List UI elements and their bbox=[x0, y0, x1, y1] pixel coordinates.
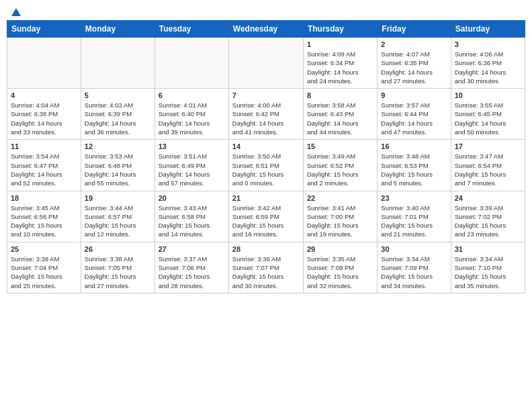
calendar-header-row: SundayMondayTuesdayWednesdayThursdayFrid… bbox=[7, 21, 525, 38]
day-number: 10 bbox=[455, 91, 521, 99]
day-cell: 13Sunrise: 3:51 AM Sunset: 6:49 PM Dayli… bbox=[154, 140, 228, 191]
day-info: Sunrise: 3:57 AM Sunset: 6:44 PM Dayligh… bbox=[381, 101, 447, 136]
day-number: 13 bbox=[159, 142, 225, 150]
day-number: 3 bbox=[455, 40, 521, 48]
day-cell bbox=[228, 38, 303, 89]
day-cell: 14Sunrise: 3:50 AM Sunset: 6:51 PM Dayli… bbox=[228, 140, 303, 191]
day-number: 22 bbox=[307, 194, 373, 202]
day-cell: 25Sunrise: 3:38 AM Sunset: 7:04 PM Dayli… bbox=[7, 242, 81, 293]
day-number: 4 bbox=[11, 91, 77, 99]
day-cell: 5Sunrise: 4:03 AM Sunset: 6:39 PM Daylig… bbox=[81, 89, 154, 140]
day-number: 18 bbox=[11, 194, 77, 202]
day-cell: 18Sunrise: 3:45 AM Sunset: 6:56 PM Dayli… bbox=[7, 191, 81, 242]
day-info: Sunrise: 4:04 AM Sunset: 6:38 PM Dayligh… bbox=[11, 101, 77, 136]
day-number: 9 bbox=[381, 91, 447, 99]
logo bbox=[9, 7, 23, 16]
day-info: Sunrise: 3:44 AM Sunset: 6:57 PM Dayligh… bbox=[85, 203, 151, 239]
header-tuesday: Tuesday bbox=[154, 21, 228, 38]
day-info: Sunrise: 4:09 AM Sunset: 6:34 PM Dayligh… bbox=[307, 50, 373, 85]
day-number: 5 bbox=[85, 91, 151, 99]
week-row-2: 4Sunrise: 4:04 AM Sunset: 6:38 PM Daylig… bbox=[7, 89, 525, 140]
day-info: Sunrise: 3:42 AM Sunset: 6:59 PM Dayligh… bbox=[232, 203, 300, 239]
day-cell: 30Sunrise: 3:34 AM Sunset: 7:09 PM Dayli… bbox=[378, 242, 451, 293]
day-cell: 23Sunrise: 3:40 AM Sunset: 7:01 PM Dayli… bbox=[378, 191, 451, 242]
day-cell: 3Sunrise: 4:06 AM Sunset: 6:36 PM Daylig… bbox=[451, 38, 525, 89]
day-info: Sunrise: 3:45 AM Sunset: 6:56 PM Dayligh… bbox=[11, 203, 77, 239]
day-info: Sunrise: 3:38 AM Sunset: 7:04 PM Dayligh… bbox=[11, 255, 77, 290]
day-cell: 7Sunrise: 4:00 AM Sunset: 6:42 PM Daylig… bbox=[228, 89, 303, 140]
day-cell bbox=[81, 38, 154, 89]
week-row-4: 18Sunrise: 3:45 AM Sunset: 6:56 PM Dayli… bbox=[7, 191, 525, 242]
day-cell: 17Sunrise: 3:47 AM Sunset: 6:54 PM Dayli… bbox=[451, 140, 525, 191]
day-number: 17 bbox=[455, 142, 521, 150]
day-number: 1 bbox=[307, 40, 373, 48]
day-info: Sunrise: 3:38 AM Sunset: 7:05 PM Dayligh… bbox=[85, 255, 151, 290]
day-info: Sunrise: 3:55 AM Sunset: 6:45 PM Dayligh… bbox=[455, 101, 521, 136]
svg-marker-0 bbox=[11, 8, 21, 16]
day-number: 24 bbox=[455, 194, 521, 202]
day-cell: 20Sunrise: 3:43 AM Sunset: 6:58 PM Dayli… bbox=[154, 191, 228, 242]
day-cell bbox=[7, 38, 81, 89]
day-info: Sunrise: 3:43 AM Sunset: 6:58 PM Dayligh… bbox=[159, 203, 225, 239]
day-cell: 19Sunrise: 3:44 AM Sunset: 6:57 PM Dayli… bbox=[81, 191, 154, 242]
day-number: 6 bbox=[159, 91, 225, 99]
week-row-3: 11Sunrise: 3:54 AM Sunset: 6:47 PM Dayli… bbox=[7, 140, 525, 191]
day-number: 29 bbox=[307, 245, 373, 253]
day-number: 12 bbox=[85, 142, 151, 150]
day-cell: 11Sunrise: 3:54 AM Sunset: 6:47 PM Dayli… bbox=[7, 140, 81, 191]
header-saturday: Saturday bbox=[451, 21, 525, 38]
day-info: Sunrise: 3:50 AM Sunset: 6:51 PM Dayligh… bbox=[232, 152, 300, 187]
day-cell: 26Sunrise: 3:38 AM Sunset: 7:05 PM Dayli… bbox=[81, 242, 154, 293]
day-number: 23 bbox=[381, 194, 447, 202]
day-cell: 10Sunrise: 3:55 AM Sunset: 6:45 PM Dayli… bbox=[451, 89, 525, 140]
day-info: Sunrise: 3:53 AM Sunset: 6:48 PM Dayligh… bbox=[85, 152, 151, 187]
day-cell: 27Sunrise: 3:37 AM Sunset: 7:06 PM Dayli… bbox=[154, 242, 228, 293]
day-cell: 29Sunrise: 3:35 AM Sunset: 7:08 PM Dayli… bbox=[303, 242, 377, 293]
day-cell: 22Sunrise: 3:41 AM Sunset: 7:00 PM Dayli… bbox=[303, 191, 377, 242]
day-info: Sunrise: 4:06 AM Sunset: 6:36 PM Dayligh… bbox=[455, 50, 521, 85]
header-sunday: Sunday bbox=[7, 21, 81, 38]
day-number: 15 bbox=[307, 142, 373, 150]
header-wednesday: Wednesday bbox=[228, 21, 303, 38]
day-cell: 28Sunrise: 3:36 AM Sunset: 7:07 PM Dayli… bbox=[228, 242, 303, 293]
day-cell: 1Sunrise: 4:09 AM Sunset: 6:34 PM Daylig… bbox=[303, 38, 377, 89]
day-info: Sunrise: 3:48 AM Sunset: 6:53 PM Dayligh… bbox=[381, 152, 447, 187]
week-row-5: 25Sunrise: 3:38 AM Sunset: 7:04 PM Dayli… bbox=[7, 242, 525, 293]
day-info: Sunrise: 3:54 AM Sunset: 6:47 PM Dayligh… bbox=[11, 152, 77, 187]
day-info: Sunrise: 4:03 AM Sunset: 6:39 PM Dayligh… bbox=[85, 101, 151, 136]
day-info: Sunrise: 4:01 AM Sunset: 6:40 PM Dayligh… bbox=[159, 101, 225, 136]
day-info: Sunrise: 3:41 AM Sunset: 7:00 PM Dayligh… bbox=[307, 203, 373, 239]
day-number: 14 bbox=[232, 142, 300, 150]
day-number: 8 bbox=[307, 91, 373, 99]
header-monday: Monday bbox=[81, 21, 154, 38]
day-info: Sunrise: 3:51 AM Sunset: 6:49 PM Dayligh… bbox=[159, 152, 225, 187]
day-cell: 12Sunrise: 3:53 AM Sunset: 6:48 PM Dayli… bbox=[81, 140, 154, 191]
day-number: 28 bbox=[232, 245, 300, 253]
day-number: 7 bbox=[232, 91, 300, 99]
day-cell: 8Sunrise: 3:58 AM Sunset: 6:43 PM Daylig… bbox=[303, 89, 377, 140]
week-row-1: 1Sunrise: 4:09 AM Sunset: 6:34 PM Daylig… bbox=[7, 38, 525, 89]
header-friday: Friday bbox=[378, 21, 451, 38]
calendar: SundayMondayTuesdayWednesdayThursdayFrid… bbox=[7, 20, 525, 293]
header bbox=[7, 7, 525, 16]
day-number: 19 bbox=[85, 194, 151, 202]
day-info: Sunrise: 3:39 AM Sunset: 7:02 PM Dayligh… bbox=[455, 203, 521, 239]
day-info: Sunrise: 3:49 AM Sunset: 6:52 PM Dayligh… bbox=[307, 152, 373, 187]
day-number: 25 bbox=[11, 245, 77, 253]
header-thursday: Thursday bbox=[303, 21, 377, 38]
day-info: Sunrise: 3:40 AM Sunset: 7:01 PM Dayligh… bbox=[381, 203, 447, 239]
day-info: Sunrise: 3:36 AM Sunset: 7:07 PM Dayligh… bbox=[232, 255, 300, 290]
day-number: 31 bbox=[455, 245, 521, 253]
day-number: 2 bbox=[381, 40, 447, 48]
day-cell: 6Sunrise: 4:01 AM Sunset: 6:40 PM Daylig… bbox=[154, 89, 228, 140]
day-cell: 21Sunrise: 3:42 AM Sunset: 6:59 PM Dayli… bbox=[228, 191, 303, 242]
day-number: 27 bbox=[159, 245, 225, 253]
day-cell: 9Sunrise: 3:57 AM Sunset: 6:44 PM Daylig… bbox=[378, 89, 451, 140]
day-number: 11 bbox=[11, 142, 77, 150]
day-cell: 15Sunrise: 3:49 AM Sunset: 6:52 PM Dayli… bbox=[303, 140, 377, 191]
day-info: Sunrise: 3:34 AM Sunset: 7:10 PM Dayligh… bbox=[455, 255, 521, 290]
day-number: 30 bbox=[381, 245, 447, 253]
day-number: 21 bbox=[232, 194, 300, 202]
day-cell: 24Sunrise: 3:39 AM Sunset: 7:02 PM Dayli… bbox=[451, 191, 525, 242]
day-info: Sunrise: 4:07 AM Sunset: 6:35 PM Dayligh… bbox=[381, 50, 447, 85]
